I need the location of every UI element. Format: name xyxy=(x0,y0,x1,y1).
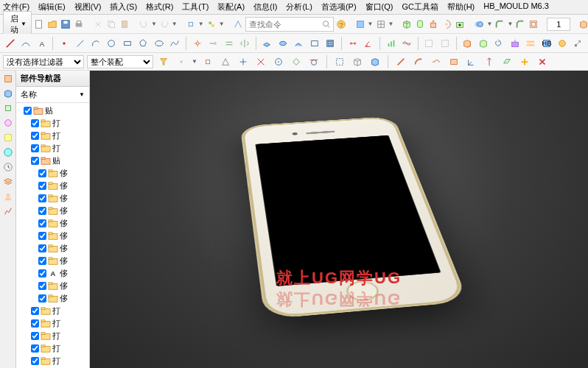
tree-checkbox[interactable] xyxy=(38,269,46,277)
tree-item[interactable]: 侈 xyxy=(18,167,88,180)
selection-filter-select[interactable]: 没有选择过滤器 xyxy=(3,55,84,68)
tree-item[interactable]: 侈 xyxy=(18,292,88,305)
tree-checkbox[interactable] xyxy=(31,332,39,340)
surf-sweep-icon[interactable] xyxy=(292,36,306,51)
tree-item[interactable]: 侈 xyxy=(18,230,88,242)
cross-icon[interactable] xyxy=(535,54,550,69)
dropdown-icon[interactable]: ▼ xyxy=(368,17,374,32)
nav-browser-icon[interactable] xyxy=(1,146,15,159)
tree-checkbox[interactable] xyxy=(31,344,39,353)
menu-item[interactable]: 格式(R) xyxy=(146,1,173,13)
print-icon[interactable] xyxy=(73,17,85,32)
tree-checkbox[interactable] xyxy=(31,307,39,315)
deviation-icon[interactable] xyxy=(399,36,413,51)
display-part-icon[interactable] xyxy=(476,36,490,51)
tree-item[interactable]: A侈 xyxy=(18,267,88,280)
snap-end-icon[interactable] xyxy=(200,54,215,69)
tree-item[interactable]: 打 xyxy=(18,130,88,142)
nav-simul-icon[interactable] xyxy=(1,205,15,218)
nav-history-icon[interactable] xyxy=(1,160,15,174)
tool-icon[interactable] xyxy=(571,36,585,51)
menu-item[interactable]: 分析(L) xyxy=(286,1,312,13)
snap-mid-icon[interactable] xyxy=(218,54,233,69)
spline-icon[interactable] xyxy=(168,36,182,51)
dropdown-icon[interactable]: ▼ xyxy=(198,17,204,32)
tree-item[interactable]: 打 xyxy=(18,330,88,342)
dropdown-icon[interactable]: ▼ xyxy=(507,17,513,32)
tree-checkbox[interactable] xyxy=(38,182,46,190)
surf-loft-icon[interactable] xyxy=(307,36,321,51)
tree-item[interactable]: 打 xyxy=(18,355,88,367)
tree-checkbox[interactable] xyxy=(31,319,39,328)
shell-icon[interactable] xyxy=(528,17,539,32)
menu-item[interactable]: 首选项(P) xyxy=(321,1,357,13)
tree-item[interactable]: 侈 xyxy=(18,180,88,192)
tree-item[interactable]: 打 xyxy=(18,317,88,330)
surf-extrude-icon[interactable] xyxy=(260,36,274,51)
work-part-icon[interactable] xyxy=(461,36,475,51)
tree-item[interactable]: 打 xyxy=(18,342,88,355)
dropdown-icon[interactable]: ▼ xyxy=(219,17,225,32)
curve-icon[interactable] xyxy=(18,36,32,51)
snap-quad-icon[interactable] xyxy=(289,54,304,69)
dropdown-icon[interactable]: ▼ xyxy=(486,17,492,32)
save-icon[interactable] xyxy=(60,17,71,32)
revolve-icon[interactable] xyxy=(441,17,452,32)
extend-icon[interactable] xyxy=(206,36,220,51)
edge-tangent-icon[interactable] xyxy=(429,54,444,69)
tree-item[interactable]: 侈 xyxy=(18,255,88,267)
snap-ctrl-icon[interactable] xyxy=(236,54,251,69)
mold-wizard-icon[interactable] xyxy=(508,36,522,51)
tree-checkbox[interactable] xyxy=(31,157,39,165)
tree-checkbox[interactable] xyxy=(38,169,46,177)
csys-icon[interactable] xyxy=(464,54,479,69)
tree-checkbox[interactable] xyxy=(38,207,46,215)
surf-revolve-icon[interactable] xyxy=(276,36,290,51)
unite-icon[interactable] xyxy=(473,17,485,32)
tree-checkbox[interactable] xyxy=(38,244,46,252)
menu-item[interactable]: GC工具箱 xyxy=(402,1,438,13)
filter-reset-icon[interactable] xyxy=(156,54,171,69)
search-icon[interactable] xyxy=(320,17,333,32)
edge-arc-icon[interactable] xyxy=(411,54,426,69)
box-icon[interactable] xyxy=(401,17,413,32)
help-icon[interactable]: ? xyxy=(335,17,347,32)
nav-constraint-icon[interactable] xyxy=(1,102,15,115)
tree-checkbox[interactable] xyxy=(38,257,46,265)
plane-icon[interactable] xyxy=(500,54,514,69)
menu-item[interactable]: 窗口(Q) xyxy=(365,1,393,13)
replace-icon[interactable] xyxy=(491,36,505,51)
tree-item[interactable]: 侈 xyxy=(18,192,88,205)
nav-hd3d-icon[interactable] xyxy=(1,131,15,144)
dropdown-icon[interactable]: ▼ xyxy=(388,17,394,32)
tree-checkbox[interactable] xyxy=(38,294,46,302)
axis-icon[interactable] xyxy=(482,54,497,69)
navigator-column-header[interactable]: 名称 ▼ xyxy=(16,87,89,103)
asm-add-icon[interactable] xyxy=(578,17,588,32)
menu-item[interactable]: 信息(I) xyxy=(253,1,277,13)
tree-item[interactable]: 打 xyxy=(18,305,88,317)
quantity-spinner[interactable] xyxy=(547,18,570,31)
tree-checkbox[interactable] xyxy=(31,119,39,127)
trim-icon[interactable] xyxy=(190,36,204,51)
menu-item[interactable]: 装配(A) xyxy=(217,1,245,13)
polygon-icon[interactable] xyxy=(136,36,150,51)
ellipse-icon[interactable] xyxy=(152,36,166,51)
chamfer-icon[interactable] xyxy=(514,17,526,32)
menu-item[interactable]: 工具(T) xyxy=(182,1,209,13)
dropdown-icon[interactable]: ▼ xyxy=(151,17,157,32)
gc-tool-icon[interactable] xyxy=(555,36,569,51)
menu-item[interactable]: 插入(S) xyxy=(110,1,137,13)
tree-checkbox[interactable] xyxy=(38,232,46,240)
view-shaded-icon[interactable] xyxy=(368,54,382,69)
new-icon[interactable] xyxy=(33,17,45,32)
snap-tangent-icon[interactable] xyxy=(307,54,321,69)
tree-item[interactable]: 侈 xyxy=(18,217,88,230)
touch-icon[interactable] xyxy=(185,17,197,32)
tree-checkbox[interactable] xyxy=(24,107,32,115)
edge-face-icon[interactable] xyxy=(447,54,461,69)
surf-mesh-icon[interactable] xyxy=(323,36,337,51)
mirror-curve-icon[interactable] xyxy=(237,36,251,51)
menu-item[interactable]: 编辑(E) xyxy=(38,1,66,13)
cylinder-icon[interactable] xyxy=(414,17,426,32)
